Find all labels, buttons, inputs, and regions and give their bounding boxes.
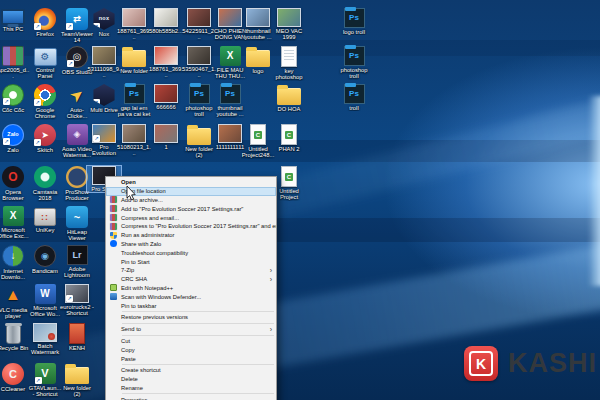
menu-item-label: Rename	[121, 385, 143, 391]
teamviewer-glyph: ⇄	[73, 15, 81, 24]
desktop-icon-troll[interactable]: Pstroll	[337, 84, 371, 111]
desktop-icon-666666[interactable]: 666666	[149, 84, 183, 110]
opera-icon: O	[2, 166, 24, 188]
menu-item-compress-and-email[interactable]: Compress and email...	[106, 213, 276, 222]
menu-item-scan-with-windows-defender[interactable]: Scan with Windows Defender...	[106, 292, 276, 301]
desktop-icon-580b585b2[interactable]: 580b585b2...	[149, 8, 183, 34]
menu-item-add-to-pro-evolution-soccer-[interactable]: Add to "Pro Evolution Soccer 2017 Settin…	[106, 204, 276, 213]
menu-item-open-file-location[interactable]: Open file location	[106, 187, 276, 196]
desktop-icon-kenh[interactable]: KENH	[60, 323, 94, 351]
desktop-icon-label: logo troll	[337, 29, 371, 35]
desktop-icon-hitleap-viewer[interactable]: ~HitLeap Viewer	[60, 206, 94, 242]
desktop-icon-control-panel[interactable]: ⚙Control Panel	[28, 46, 62, 80]
desktop-icon-label: key photoshop	[272, 68, 306, 81]
menu-item-pin-to-taskbar[interactable]: Pin to taskbar	[106, 301, 276, 310]
desktop-icon-label: Skitch	[28, 147, 62, 153]
desktop-icon-untitled-project[interactable]: CUntitled Project	[272, 166, 306, 201]
menu-item-7-zip[interactable]: 7-Zip›	[106, 266, 276, 275]
desktop-icon-logo[interactable]: logo	[241, 46, 275, 74]
desktop-icon-opera-browser[interactable]: OOpera Browser	[0, 166, 30, 202]
bandicam-icon: ◉	[34, 245, 56, 267]
desktop-icon-label: logo	[241, 68, 275, 74]
desktop-icon-new-folder-2[interactable]: New folder (2)	[60, 363, 94, 398]
desktop-icon-53111098-9[interactable]: 53111098_9...	[87, 46, 121, 79]
desktop-icon-nox[interactable]: nox↗Nox	[87, 8, 121, 37]
desktop-icon-google-chrome[interactable]: ↗Google Chrome	[28, 84, 62, 120]
desktop-icon-meo-vac-1999[interactable]: MEO VAC 1999	[272, 8, 306, 41]
desktop-icon-key-photoshop[interactable]: key photoshop	[272, 46, 306, 81]
desktop-icon-eurotrucks2-shortcut[interactable]: ↗eurotrucks2 - Shortcut	[60, 284, 94, 317]
desktop-icon-53590467-1[interactable]: 53590467_1...	[182, 46, 216, 79]
obs-icon: ◎↗	[66, 46, 88, 68]
photo-icon	[154, 8, 178, 27]
photo-icon	[92, 46, 116, 65]
desktop-icon-recycle-bin[interactable]: Recycle Bin	[0, 323, 30, 351]
desktop-icon-internet-downlo[interactable]: ↓Internet Downlo...	[0, 245, 30, 281]
desktop-icon-vlc-media-player[interactable]: ▲VLC media player	[0, 284, 30, 320]
menu-item-compress-to-pro-evolution-so[interactable]: Compress to "Pro Evolution Soccer 2017 S…	[106, 222, 276, 231]
desktop-icon-1[interactable]: 1	[149, 124, 183, 150]
desktop-icon-do-hoa[interactable]: DO HOA	[272, 84, 306, 112]
psd-icon: Ps	[344, 46, 365, 66]
menu-item-delete[interactable]: Delete	[106, 375, 276, 384]
menu-item-share-with-zalo[interactable]: Share with Zalo	[106, 240, 276, 249]
desktop-icon-54225911-2[interactable]: 54225911_2...	[182, 8, 216, 41]
desktop-icon-thumbnail-youtube[interactable]: thumbnail youtube ...	[241, 8, 275, 41]
menu-item-open[interactable]: Open	[106, 178, 276, 187]
zalo-icon	[109, 240, 117, 248]
desktop-icon-label: thumbnail youtube ...	[241, 28, 275, 41]
desktop-icon-label: 1	[149, 144, 183, 150]
desktop-icon-this-pc[interactable]: This PC	[0, 8, 30, 32]
psd-icon: Ps	[220, 84, 241, 104]
desktop-icon-51080213-1[interactable]: 51080213_1...	[117, 124, 151, 157]
menu-item-pin-to-start[interactable]: Pin to Start	[106, 257, 276, 266]
desktop-icon-untitled-project248[interactable]: CUntitled Project248...	[241, 124, 275, 159]
menu-item-properties[interactable]: Properties	[106, 395, 276, 400]
shortcut-arrow-icon: ↗	[93, 99, 100, 106]
unikey-icon: ::	[34, 208, 56, 226]
desktop-icon-photoshop-troll[interactable]: Psphotoshop troll	[337, 46, 371, 80]
desktop-icon-multi-drive[interactable]: ↗Multi Drive	[87, 84, 121, 113]
menu-separator	[122, 364, 274, 365]
menu-item-send-to[interactable]: Send to›	[106, 325, 276, 334]
menu-item-restore-previous-versions[interactable]: Restore previous versions	[106, 313, 276, 322]
desktop-icon-camtasia-2018[interactable]: Camtasia 2018	[28, 166, 62, 202]
menu-item-troubleshoot-compatibility[interactable]: Troubleshoot compatibility	[106, 248, 276, 257]
desktop-icon-adobe-lightroom[interactable]: LrAdobe Lightroom	[60, 245, 94, 279]
menu-item-add-to-archive[interactable]: Add to archive...	[106, 196, 276, 205]
desktop-icon-microsoft-office-exc[interactable]: XMicrosoft Office Exc...	[0, 206, 30, 240]
desktop-icon-logo-troll[interactable]: Pslogo troll	[337, 8, 371, 35]
menu-item-rename[interactable]: Rename	[106, 384, 276, 393]
desktop-icon-188761-369[interactable]: 188761_369...	[117, 8, 151, 41]
desktop-icon-ccleaner[interactable]: CCCleaner	[0, 363, 30, 392]
menu-item-run-as-administrator[interactable]: Run as administrator	[106, 231, 276, 240]
menu-item-copy[interactable]: Copy	[106, 345, 276, 354]
desktop-icon-c-c-c-c[interactable]: ↗Cốc Cốc	[0, 84, 30, 113]
desktop-icon-new-folder-2[interactable]: New folder (2)	[182, 124, 216, 159]
desktop-icon-gap-lai-em-pa-va-cai-ket[interactable]: Psgap lai em pa va cai ket	[117, 84, 151, 118]
desktop-icon-188761-369[interactable]: 188761_369...	[149, 46, 183, 79]
desktop-icon-thumbnail-youtube[interactable]: Psthumbnail youtube ...	[213, 84, 247, 118]
desktop-icon-gtavlaun-shortcut[interactable]: V↗GTAVLaun... - Shortcut	[28, 363, 62, 398]
menu-item-edit-with-notepad[interactable]: Edit with Notepad++	[106, 284, 276, 293]
menu-separator	[122, 335, 274, 336]
desktop-icon-firefox[interactable]: ↗Firefox	[28, 8, 62, 37]
desktop-icon-label: 666666	[149, 104, 183, 110]
menu-item-paste[interactable]: Paste	[106, 354, 276, 363]
desktop-icon-skitch[interactable]: ➤↗Skitch	[28, 124, 62, 153]
desktop-icon-bandicam[interactable]: ◉Bandicam	[28, 245, 62, 274]
menu-item-create-shortcut[interactable]: Create shortcut	[106, 366, 276, 375]
desktop-icon-new-folder[interactable]: New folder	[117, 46, 151, 74]
menu-item-crc-sha[interactable]: CRC SHA›	[106, 275, 276, 284]
desktop-icon-apc2005-d[interactable]: Apc2005_d...	[0, 46, 30, 80]
desktop-icon-label: 51080213_1...	[117, 144, 151, 157]
desktop-icon-photoshop-troll[interactable]: Psphotoshop troll	[182, 84, 216, 118]
desktop-icon-microsoft-office-wo[interactable]: WMicrosoft Office Wo...	[28, 284, 62, 318]
desktop-icon-unikey[interactable]: ::UniKey	[28, 206, 62, 233]
menu-item-cut[interactable]: Cut	[106, 337, 276, 346]
desktop-icon-label: gap lai em pa va cai ket	[117, 105, 151, 118]
desktop-icon-phan-2[interactable]: CPHAN 2	[272, 124, 306, 152]
desktop-icon-batch-watermark[interactable]: Batch Watermark	[28, 323, 62, 356]
desktop-icon-zalo[interactable]: Zalo↗Zalo	[0, 124, 30, 153]
desktop-icon-pro-evolution-soccer-2017[interactable]: ↗Pro Evolution Soccer 2017	[87, 124, 121, 157]
